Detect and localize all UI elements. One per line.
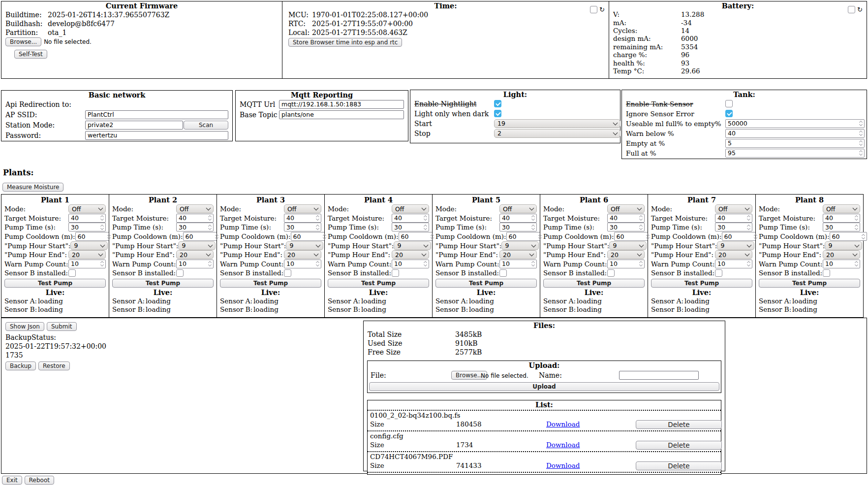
plant3-pump-hour-start-select[interactable]: 9 bbox=[286, 241, 323, 250]
useable-ml-full-to-empty-input[interactable]: 50000 bbox=[725, 119, 865, 128]
plant1-test-pump-button[interactable]: Test Pump bbox=[4, 279, 106, 288]
plant4-pump-cooldown-input[interactable]: 60 bbox=[399, 232, 436, 241]
show-json-button[interactable]: Show Json bbox=[5, 322, 44, 331]
plant2-pump-hour-start-select[interactable]: 9 bbox=[178, 241, 216, 250]
plant5-pump-cooldown-input[interactable]: 60 bbox=[506, 232, 544, 241]
plant3-mode-select[interactable]: Off bbox=[284, 204, 321, 213]
plant8-warn-pump-count-input[interactable]: 10 bbox=[823, 260, 860, 268]
firmware-browse-button[interactable]: Browse... bbox=[5, 37, 41, 46]
plant6-pump-hour-end-select[interactable]: 20 bbox=[607, 250, 645, 259]
plant8-sensor-b-installed-checkbox[interactable] bbox=[823, 269, 830, 277]
plant3-target-moisture-input[interactable]: 40 bbox=[284, 214, 321, 223]
plant1-mode-select[interactable]: Off bbox=[68, 204, 106, 213]
plant6-sensor-b-installed-checkbox[interactable] bbox=[607, 269, 615, 277]
plant5-test-pump-button[interactable]: Test Pump bbox=[435, 279, 537, 288]
plant5-sensor-b-installed-checkbox[interactable] bbox=[499, 269, 507, 277]
stop-select[interactable]: 2 bbox=[494, 129, 620, 138]
upload-button[interactable]: Upload bbox=[369, 382, 719, 391]
plant4-warn-pump-count-input[interactable]: 10 bbox=[392, 260, 429, 268]
delete-button[interactable]: Delete bbox=[636, 420, 722, 429]
spinner-icon[interactable] bbox=[423, 262, 428, 266]
plant8-pump-hour-start-select[interactable]: 9 bbox=[825, 241, 862, 250]
reboot-button[interactable]: Reboot bbox=[25, 476, 54, 485]
exit-button[interactable]: Exit bbox=[2, 476, 22, 485]
measure-moisture-button[interactable]: Measure Moisture bbox=[2, 183, 63, 192]
spinner-icon[interactable] bbox=[531, 225, 535, 230]
plant5-pump-hour-start-select[interactable]: 9 bbox=[501, 241, 539, 250]
base-topic-input[interactable]: plants/one bbox=[279, 110, 404, 119]
spinner-icon[interactable] bbox=[746, 216, 751, 220]
plant6-pump-cooldown-input[interactable]: 60 bbox=[614, 232, 651, 241]
plant3-warn-pump-count-input[interactable]: 10 bbox=[284, 260, 321, 268]
spinner-icon[interactable] bbox=[208, 216, 212, 220]
plant6-pump-time-input[interactable]: 30 bbox=[607, 223, 645, 231]
plant4-test-pump-button[interactable]: Test Pump bbox=[328, 279, 429, 288]
plant8-target-moisture-input[interactable]: 40 bbox=[823, 214, 860, 223]
plant5-warn-pump-count-input[interactable]: 10 bbox=[499, 260, 537, 268]
spinner-icon[interactable] bbox=[854, 262, 859, 266]
delete-button[interactable]: Delete bbox=[636, 441, 722, 450]
full-at-input[interactable]: 95 bbox=[725, 149, 865, 158]
plant5-pump-hour-end-select[interactable]: 20 bbox=[499, 250, 537, 259]
plant1-warn-pump-count-input[interactable]: 10 bbox=[68, 260, 106, 268]
plant1-pump-cooldown-input[interactable]: 60 bbox=[75, 232, 113, 241]
empty-at-input[interactable]: 5 bbox=[725, 139, 865, 148]
spinner-icon[interactable] bbox=[746, 225, 751, 230]
plant8-pump-time-input[interactable]: 30 bbox=[823, 223, 860, 231]
plant2-pump-hour-end-select[interactable]: 20 bbox=[176, 250, 214, 259]
plant6-test-pump-button[interactable]: Test Pump bbox=[543, 279, 645, 288]
plant4-target-moisture-input[interactable]: 40 bbox=[392, 214, 429, 223]
password-input[interactable]: wertertzu bbox=[85, 131, 228, 140]
station-mode-input[interactable]: private2 bbox=[85, 121, 183, 130]
enable-tank-sensor-checkbox[interactable] bbox=[725, 100, 733, 107]
plant4-pump-hour-start-select[interactable]: 9 bbox=[394, 241, 431, 250]
spinner-icon[interactable] bbox=[531, 262, 535, 266]
plant2-test-pump-button[interactable]: Test Pump bbox=[112, 279, 214, 288]
spinner-icon[interactable] bbox=[859, 121, 863, 126]
plant5-target-moisture-input[interactable]: 40 bbox=[499, 214, 537, 223]
spinner-icon[interactable] bbox=[639, 262, 643, 266]
backup-button[interactable]: Backup bbox=[5, 361, 36, 370]
download-link[interactable]: Download bbox=[546, 420, 580, 428]
plant1-pump-time-input[interactable]: 30 bbox=[68, 223, 106, 231]
plant6-warn-pump-count-input[interactable]: 10 bbox=[607, 260, 645, 268]
spinner-icon[interactable] bbox=[100, 262, 104, 266]
spinner-icon[interactable] bbox=[100, 225, 104, 230]
plant7-mode-select[interactable]: Off bbox=[715, 204, 752, 213]
light-only-when-dark-checkbox[interactable] bbox=[494, 110, 501, 117]
plant7-pump-cooldown-input[interactable]: 60 bbox=[722, 232, 759, 241]
refresh-icon[interactable]: ↻ bbox=[857, 6, 863, 13]
plant3-pump-cooldown-input[interactable]: 60 bbox=[291, 232, 328, 241]
plant2-pump-time-input[interactable]: 30 bbox=[176, 223, 214, 231]
plant4-sensor-b-installed-checkbox[interactable] bbox=[392, 269, 399, 277]
plant8-pump-hour-end-select[interactable]: 20 bbox=[823, 250, 860, 259]
plant7-pump-hour-start-select[interactable]: 9 bbox=[717, 241, 754, 250]
spinner-icon[interactable] bbox=[854, 216, 859, 220]
plant8-mode-select[interactable]: Off bbox=[823, 204, 860, 213]
spinner-icon[interactable] bbox=[854, 225, 859, 230]
plant3-sensor-b-installed-checkbox[interactable] bbox=[284, 269, 291, 277]
spinner-icon[interactable] bbox=[100, 216, 104, 220]
download-link[interactable]: Download bbox=[546, 461, 580, 469]
spinner-icon[interactable] bbox=[859, 151, 863, 155]
warn-below-input[interactable]: 40 bbox=[725, 129, 865, 138]
spinner-icon[interactable] bbox=[423, 225, 428, 230]
spinner-icon[interactable] bbox=[639, 216, 643, 220]
plant7-warn-pump-count-input[interactable]: 10 bbox=[715, 260, 752, 268]
spinner-icon[interactable] bbox=[208, 225, 212, 230]
restore-button[interactable]: Restore bbox=[38, 361, 70, 370]
enable-nightlight-checkbox[interactable] bbox=[494, 100, 501, 107]
plant8-test-pump-button[interactable]: Test Pump bbox=[759, 279, 860, 288]
upload-name-input[interactable] bbox=[619, 371, 699, 380]
plant7-pump-time-input[interactable]: 30 bbox=[715, 223, 752, 231]
store-browser-time-button[interactable]: Store Browser time into esp and rtc bbox=[288, 38, 402, 47]
self-test-button[interactable]: Self-Test bbox=[14, 50, 47, 59]
submit-button[interactable]: Submit bbox=[47, 322, 77, 331]
plant3-pump-hour-end-select[interactable]: 20 bbox=[284, 250, 321, 259]
plant7-sensor-b-installed-checkbox[interactable] bbox=[715, 269, 722, 277]
plant1-pump-hour-start-select[interactable]: 9 bbox=[70, 241, 108, 250]
plant1-target-moisture-input[interactable]: 40 bbox=[68, 214, 106, 223]
plant7-target-moisture-input[interactable]: 40 bbox=[715, 214, 752, 223]
plant2-sensor-b-installed-checkbox[interactable] bbox=[176, 269, 184, 277]
plant3-pump-time-input[interactable]: 30 bbox=[284, 223, 321, 231]
